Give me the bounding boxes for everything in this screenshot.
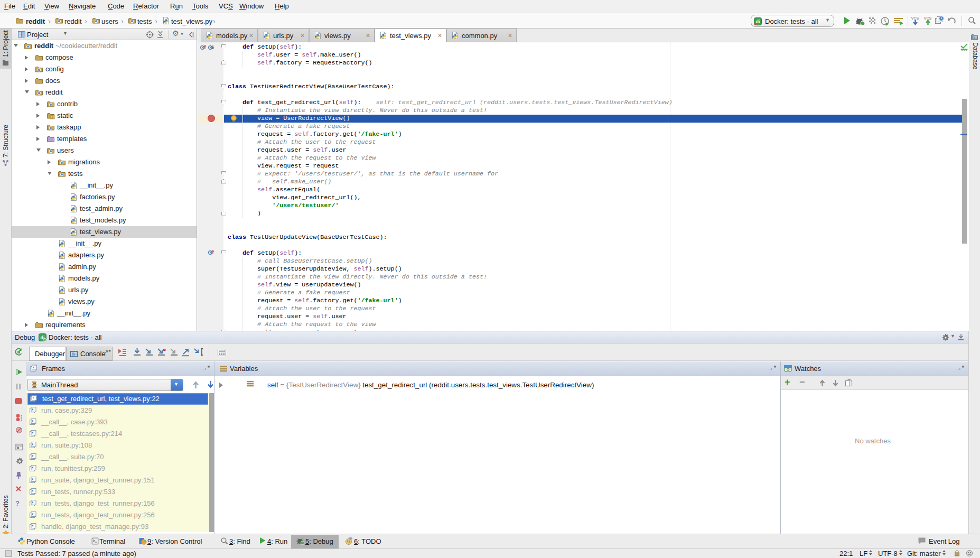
svg-text:di: di	[756, 19, 760, 24]
svg-text:VCS: VCS	[924, 16, 932, 20]
svg-text:VCS: VCS	[911, 16, 919, 20]
